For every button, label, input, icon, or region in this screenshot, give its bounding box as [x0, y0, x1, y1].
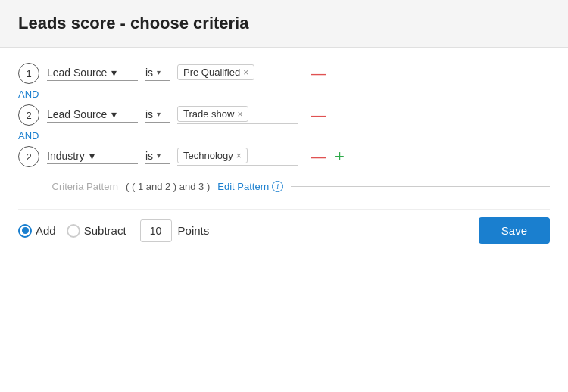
operator-dropdown-1[interactable]: is ▾	[145, 67, 170, 81]
remove-row-3[interactable]: —	[311, 149, 326, 164]
field-dropdown-3[interactable]: Industry ▾	[47, 150, 138, 164]
add-row-btn[interactable]: +	[335, 148, 345, 165]
tag-container-2: Trade show ×	[177, 106, 298, 124]
left-bottom: Add Subtract Points	[18, 219, 209, 242]
edit-pattern-btn[interactable]: Edit Pattern i	[217, 181, 283, 192]
info-icon: i	[272, 181, 283, 192]
criteria-row-1: 1 Lead Source ▾ is ▾ Pre Qualified × —	[18, 63, 550, 84]
operator-dropdown-3[interactable]: is ▾	[145, 150, 170, 164]
and-label-2: AND	[18, 130, 550, 142]
tag-close-trade-show[interactable]: ×	[237, 110, 242, 119]
criteria-pattern-row: Criteria Pattern ( ( 1 and 2 ) and 3 ) E…	[18, 181, 550, 192]
operator-arrow-3: ▾	[157, 151, 161, 160]
remove-row-2[interactable]: —	[311, 107, 326, 123]
pattern-value: ( ( 1 and 2 ) and 3 )	[126, 181, 210, 192]
points-input-group: Points	[140, 219, 210, 242]
points-input[interactable]	[140, 219, 172, 242]
operator-arrow-1: ▾	[157, 68, 161, 76]
field-dropdown-1[interactable]: Lead Source ▾	[47, 67, 138, 81]
tag-container-3: Technology ×	[177, 148, 298, 166]
tag-close-technology[interactable]: ×	[236, 151, 242, 160]
pattern-underline	[291, 186, 550, 187]
tag-pre-qualified: Pre Qualified ×	[177, 64, 254, 80]
tag-close-pre-qualified[interactable]: ×	[243, 68, 248, 77]
field-dropdown-arrow-3: ▾	[89, 150, 95, 162]
and-label-1: AND	[18, 89, 550, 100]
tag-container-1: Pre Qualified ×	[177, 64, 298, 82]
page-header: Leads score - choose criteria	[0, 0, 568, 48]
add-radio[interactable]: Add	[18, 224, 56, 238]
add-label: Add	[36, 224, 56, 237]
criteria-row-3: 2 Industry ▾ is ▾ Technology × — +	[18, 146, 550, 167]
points-label: Points	[178, 224, 210, 237]
page-title: Leads score - choose criteria	[18, 14, 550, 33]
add-radio-circle	[18, 224, 32, 238]
tag-trade-show: Trade show ×	[177, 106, 248, 122]
field-dropdown-2[interactable]: Lead Source ▾	[47, 108, 138, 123]
field-dropdown-arrow-2: ▾	[111, 108, 117, 120]
operator-arrow-2: ▾	[157, 110, 161, 118]
criteria-row-2: 2 Lead Source ▾ is ▾ Trade show × —	[18, 104, 550, 126]
row-number-3: 2	[18, 146, 39, 167]
radio-group: Add Subtract	[18, 224, 126, 238]
subtract-radio-circle	[67, 224, 80, 238]
content-area: 1 Lead Source ▾ is ▾ Pre Qualified × — A…	[0, 48, 568, 256]
criteria-pattern-label: Criteria Pattern	[20, 181, 118, 192]
remove-row-1[interactable]: —	[311, 66, 326, 81]
subtract-label: Subtract	[84, 224, 126, 237]
subtract-radio[interactable]: Subtract	[67, 224, 126, 238]
add-radio-dot	[22, 227, 29, 234]
field-dropdown-arrow-1: ▾	[111, 67, 117, 79]
operator-dropdown-2[interactable]: is ▾	[145, 108, 170, 123]
save-button[interactable]: Save	[479, 217, 550, 244]
row-number-2: 2	[18, 104, 39, 126]
bottom-row: Add Subtract Points Save	[18, 209, 550, 244]
row-number-1: 1	[18, 63, 39, 84]
tag-technology: Technology ×	[177, 148, 248, 163]
